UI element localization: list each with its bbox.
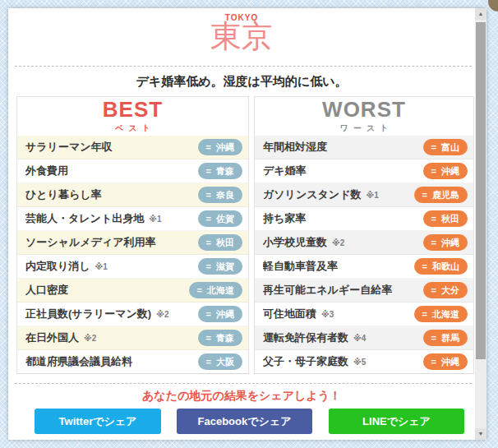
table-row: 持ち家率=秋田 [255,207,473,231]
prefecture-name: 沖縄 [216,309,234,319]
row-label: デキ婚率 [263,164,423,178]
facebook-share-button[interactable]: Facebookでシェア [177,409,312,434]
equals-icon: = [431,333,436,343]
prefecture-badge[interactable]: =沖縄 [423,234,468,251]
row-label: 持ち家率 [263,211,423,226]
prefecture-name: 群馬 [441,333,459,343]
row-note: ※2 [332,238,344,247]
row-label: 芸能人・タレント出身地※1 [25,211,198,226]
prefecture-badge[interactable]: =佐賀 [198,210,242,227]
equals-icon: = [422,190,427,200]
best-header: BEST ベスト [17,97,248,136]
equals-icon: = [206,357,211,367]
equals-icon: = [206,166,211,176]
prefecture-badge[interactable]: =沖縄 [423,353,468,370]
table-row: 可住地面積※3=北海道 [255,303,473,326]
row-label: 父子・母子家庭数※5 [263,354,423,369]
prefecture-name-jp: 東京 [8,20,475,54]
table-row: 運転免許保有者数※4=群馬 [255,326,473,350]
prefecture-badge[interactable]: =秋田 [198,234,242,251]
summary-text: デキ婚率低め。湿度は平均的に低い。 [8,74,475,90]
prefecture-name: 鹿児島 [432,190,459,200]
prefecture-badge[interactable]: =北海道 [414,306,468,322]
best-rows: サラリーマン年収=沖縄外食費用=青森ひとり暮らし率=奈良芸能人・タレント出身地※… [17,136,248,374]
table-row: デキ婚率=沖縄 [255,159,473,183]
prefecture-name: 秋田 [441,214,459,224]
equals-icon: = [431,166,436,176]
table-row: ひとり暮らし率=奈良 [17,183,248,207]
prefecture-name: 大阪 [216,357,234,367]
prefecture-badge[interactable]: =青森 [198,163,242,179]
worst-rows: 年間相対湿度=富山デキ婚率=沖縄ガソリンスタンド数※1=鹿児島持ち家率=秋田小学… [255,136,473,374]
share-heading: あなたの地元の結果をシェアしよう！ [8,389,475,404]
equals-icon: = [431,238,436,247]
scroll-up-icon[interactable]: ▲ [475,8,486,20]
prefecture-badge[interactable]: =鹿児島 [414,187,468,203]
row-note: ※3 [321,310,334,319]
prefecture-name: 沖縄 [441,357,459,367]
prefecture-name: 佐賀 [216,214,234,224]
prefecture-badge[interactable]: =奈良 [198,187,242,203]
prefecture-name: 大分 [441,285,459,295]
table-row: サラリーマン年収=沖縄 [17,136,248,159]
best-title: BEST [103,99,163,120]
row-label: 在日外国人※2 [25,330,198,345]
prefecture-badge[interactable]: =沖縄 [198,306,242,322]
equals-icon: = [431,357,436,367]
row-label: 再生可能エネルギー自給率 [263,283,423,298]
table-row: 軽自動車普及率=和歌山 [255,255,473,279]
scrollbar-thumb[interactable] [476,22,486,359]
prefecture-badge[interactable]: =秋田 [423,210,468,227]
table-row: ガソリンスタンド数※1=鹿児島 [255,183,473,207]
line-share-button[interactable]: LINEでシェア [329,409,464,434]
row-label: 運転免許保有者数※4 [263,330,423,345]
table-row: 芸能人・タレント出身地※1=佐賀 [17,207,248,231]
table-row: 都道府県議会議員給料=大阪 [17,350,248,374]
prefecture-badge[interactable]: =富山 [423,139,468,155]
scrollbar[interactable]: ▲ ▼ [475,8,486,440]
worst-title: WORST [322,99,406,120]
table-row: 再生可能エネルギー自給率=大分 [255,279,473,303]
prefecture-badge[interactable]: =沖縄 [423,163,468,179]
prefecture-name: 沖縄 [441,238,459,247]
equals-icon: = [422,261,427,271]
equals-icon: = [431,142,436,152]
table-row: 人口密度=北海道 [17,279,248,303]
row-note: ※2 [156,310,168,319]
equals-icon: = [206,309,211,319]
worst-column: WORST ワースト 年間相対湿度=富山デキ婚率=沖縄ガソリンスタンド数※1=鹿… [254,96,474,374]
table-row: ソーシャルメディア利用率=秋田 [17,231,248,255]
row-note: ※1 [95,262,108,271]
prefecture-badge[interactable]: =大阪 [198,353,242,370]
row-note: ※1 [149,215,161,224]
divider [15,383,472,384]
row-note: ※2 [84,334,96,343]
row-label: ガソリンスタンド数※1 [263,187,414,202]
prefecture-badge[interactable]: =沖縄 [198,139,242,155]
scroll-down-icon[interactable]: ▼ [475,428,486,440]
row-label: 軽自動車普及率 [263,259,414,274]
row-label: 都道府県議会議員給料 [25,354,198,369]
close-button[interactable] [488,0,498,12]
prefecture-badge[interactable]: =群馬 [423,330,468,346]
prefecture-name: 和歌山 [432,261,459,271]
table-row: 小学校児童数※2=沖縄 [255,231,473,255]
row-label: サラリーマン年収 [25,140,198,155]
prefecture-name: 北海道 [207,285,234,295]
prefecture-name: 沖縄 [216,142,234,152]
prefecture-badge[interactable]: =和歌山 [414,258,468,275]
twitter-share-button[interactable]: Twitterでシェア [35,409,161,434]
prefecture-badge[interactable]: =大分 [423,282,468,298]
best-title-kana: ベスト [110,122,155,134]
row-label: 外食費用 [25,164,198,178]
prefecture-badge[interactable]: =滋賀 [198,258,242,275]
row-label: 年間相対湿度 [263,140,423,155]
prefecture-badge[interactable]: =北海道 [189,282,242,298]
worst-header: WORST ワースト [255,97,473,136]
table-row: 父子・母子家庭数※5=沖縄 [255,350,473,374]
table-row: 内定取り消し※1=滋賀 [17,255,248,279]
prefecture-name: 富山 [441,142,459,152]
prefecture-name: 青森 [216,166,234,176]
prefecture-badge[interactable]: =青森 [198,330,242,346]
equals-icon: = [197,285,202,295]
